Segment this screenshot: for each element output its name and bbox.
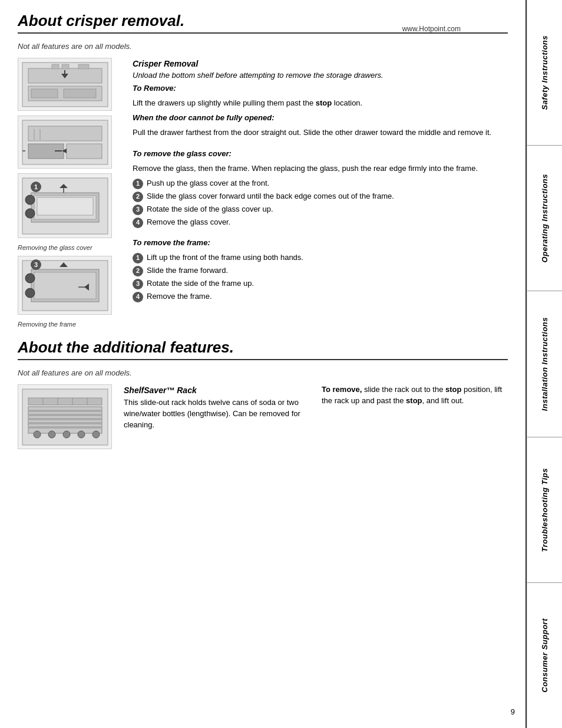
door-text: Pull the drawer farthest from the door s… <box>133 127 508 139</box>
shelfsaver-remove-col: To remove, slide the rack out to the sto… <box>322 384 508 410</box>
sidebar-label-consumer: Consumer Support <box>540 618 549 693</box>
sidebar-item-installation[interactable]: Installation Instructions <box>527 291 562 437</box>
svg-rect-7 <box>52 64 59 69</box>
frame-step-2: 2Slide the frame forward. <box>133 265 508 276</box>
svg-text:3: 3 <box>34 261 37 268</box>
page-number: 9 <box>511 707 515 716</box>
svg-rect-9 <box>78 64 89 69</box>
glass-step-3: 3Rotate the side of the glass cover up. <box>133 204 508 215</box>
svg-rect-3 <box>31 89 58 98</box>
step-text: Lift up the front of the frame using bot… <box>147 252 303 263</box>
svg-rect-11 <box>28 126 102 141</box>
svg-point-46 <box>34 431 41 438</box>
shelfsaver-image <box>18 384 112 449</box>
website-url: www.Hotpoint.com <box>402 25 461 33</box>
frame-step-3: 3Rotate the side of the frame up. <box>133 278 508 289</box>
drawer-image-1 <box>18 58 112 111</box>
svg-text:1: 1 <box>34 183 37 190</box>
sidebar-label-safety: Safety Instructions <box>540 35 549 110</box>
crisper-content: 1 Removing the glass cover <box>18 58 508 328</box>
glass-cover-image: 1 <box>18 173 112 238</box>
svg-rect-51 <box>28 398 102 405</box>
shelfsaver-remove-text: To remove, slide the rack out to the sto… <box>322 384 508 407</box>
to-remove-text: Lift the drawers up slightly while pulli… <box>133 98 508 109</box>
sidebar-label-installation: Installation Instructions <box>540 317 549 411</box>
crisper-intro: Unload the bottom shelf before attemptin… <box>133 71 508 80</box>
glass-step-1: 1Push up the glass cover at the front. <box>133 178 508 189</box>
svg-point-33 <box>25 288 35 298</box>
svg-point-49 <box>78 431 85 438</box>
step-number-icon: 1 <box>133 179 143 189</box>
svg-point-24 <box>25 209 35 218</box>
frame-step-1: 1Lift up the front of the frame using bo… <box>133 252 508 263</box>
shelfsaver-desc: This slide-out rack holds twelve cans of… <box>124 397 310 431</box>
glass-steps-list: 1Push up the glass cover at the front.2S… <box>133 178 508 228</box>
sidebar-item-operating[interactable]: Operating Instructions <box>527 146 562 291</box>
svg-rect-41 <box>28 410 102 412</box>
step-text: Rotate the side of the glass cover up. <box>147 204 273 215</box>
step-number-icon: 2 <box>133 192 143 202</box>
svg-point-47 <box>48 431 55 438</box>
shelfsaver-row: ShelfSaver™ Rack This slide-out rack hol… <box>18 384 508 449</box>
step-number-icon: 3 <box>133 279 143 289</box>
svg-rect-8 <box>62 64 69 69</box>
shelfsaver-heading: ShelfSaver™ Rack <box>124 386 310 395</box>
step-text: Rotate the side of the frame up. <box>147 278 254 289</box>
glass-step-2: 2Slide the glass cover forward until the… <box>133 191 508 202</box>
svg-rect-13 <box>67 144 102 159</box>
step-number-icon: 4 <box>133 218 143 228</box>
shelfsaver-text-col: ShelfSaver™ Rack This slide-out rack hol… <box>124 384 310 434</box>
additional-section: About the additional features. Not all f… <box>18 338 508 449</box>
svg-rect-44 <box>28 422 102 424</box>
frame-caption: Removing the frame <box>18 321 121 328</box>
frame-image: 3 <box>18 256 112 315</box>
svg-point-50 <box>92 431 100 438</box>
step-text: Remove the glass cover. <box>147 217 230 228</box>
glass-cover-label: To remove the glass cover: <box>133 149 508 160</box>
sidebar-item-consumer[interactable]: Consumer Support <box>527 583 562 728</box>
svg-point-32 <box>25 274 35 283</box>
sidebar-label-operating: Operating Instructions <box>540 174 549 262</box>
drawer-image-2 <box>18 116 112 169</box>
glass-step-4: 4Remove the glass cover. <box>133 217 508 228</box>
step-number-icon: 1 <box>133 253 143 263</box>
svg-point-23 <box>25 195 35 205</box>
sidebar-label-troubleshooting: Troubleshooting Tips <box>540 468 549 552</box>
additional-divider <box>18 359 508 360</box>
to-remove-label: To Remove: <box>133 83 508 94</box>
text-column: Crisper Removal Unload the bottom shelf … <box>133 58 508 328</box>
crisper-heading: Crisper Removal <box>133 59 508 68</box>
step-text: Remove the frame. <box>147 291 212 302</box>
sidebar-item-troubleshooting[interactable]: Troubleshooting Tips <box>527 437 562 583</box>
glass-cover-caption: Removing the glass cover <box>18 244 121 251</box>
door-label: When the door cannot be fully opened: <box>133 113 508 124</box>
step-number-icon: 3 <box>133 205 143 215</box>
sidebar-item-safety[interactable]: Safety Instructions <box>527 0 562 146</box>
additional-title: About the additional features. <box>18 338 508 357</box>
step-text: Slide the glass cover forward until the … <box>147 191 394 202</box>
frame-step-4: 4Remove the frame. <box>133 291 508 302</box>
additional-note: Not all features are on all models. <box>18 368 508 377</box>
images-column: 1 Removing the glass cover <box>18 58 121 328</box>
sidebar: Safety Instructions Operating Instructio… <box>527 0 562 728</box>
frame-label: To remove the frame: <box>133 238 508 249</box>
glass-cover-text: Remove the glass, then the frame. When r… <box>133 163 508 174</box>
subtitle-note: Not all features are on all models. <box>18 42 508 51</box>
svg-rect-42 <box>28 414 102 416</box>
step-text: Push up the glass cover at the front. <box>147 178 269 189</box>
svg-rect-4 <box>64 89 96 98</box>
step-number-icon: 2 <box>133 266 143 276</box>
svg-rect-22 <box>37 197 93 215</box>
svg-point-48 <box>63 431 70 438</box>
svg-rect-43 <box>28 418 102 420</box>
step-text: Slide the frame forward. <box>147 265 228 276</box>
step-number-icon: 4 <box>133 292 143 302</box>
svg-rect-45 <box>28 426 102 429</box>
frame-steps-list: 1Lift up the front of the frame using bo… <box>133 252 508 302</box>
